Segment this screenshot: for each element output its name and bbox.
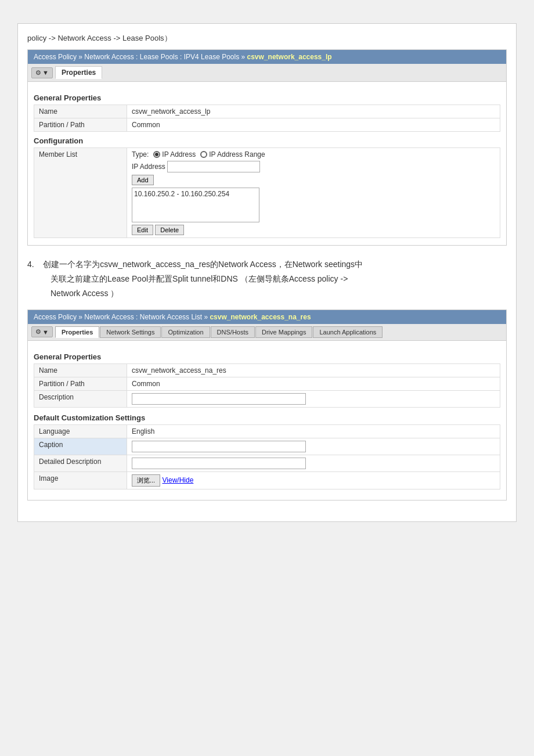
- member-list-label: Member List: [34, 148, 127, 237]
- panel2-header: Access Policy » Network Access : Network…: [28, 310, 506, 324]
- step4-block: 4. 创建一个名字为csvw_network_access_na_res的Net…: [27, 257, 507, 301]
- intro-path: policy -> Network Access -> Lease Pools）: [27, 33, 507, 44]
- label-name: Name: [34, 363, 127, 377]
- panel1-properties-tab[interactable]: Properties: [55, 66, 102, 79]
- panel2-defaults-title: Default Customization Settings: [34, 413, 500, 422]
- add-button[interactable]: Add: [132, 175, 154, 185]
- ip-address-radio[interactable]: [153, 151, 160, 158]
- panel1-general-title: General Properties: [34, 93, 500, 102]
- gear-icon: ⚙: [35, 69, 41, 77]
- panel1-config-title: Configuration: [34, 136, 500, 145]
- table-row: Image 浏览... View/Hide: [34, 471, 500, 489]
- panel1-header: Access Policy » Network Access : Lease P…: [28, 50, 506, 64]
- panel1-breadcrumb: Access Policy » Network Access : Lease P…: [34, 53, 332, 61]
- panel2-gear-button[interactable]: ⚙ ▼: [31, 326, 53, 337]
- add-button-row: Add: [132, 175, 495, 185]
- browse-button[interactable]: 浏览...: [132, 474, 160, 487]
- table-row: Detailed Description: [34, 455, 500, 471]
- ip-address-range-radio-option[interactable]: IP Address Range: [200, 150, 265, 159]
- caption-input[interactable]: [132, 441, 306, 452]
- table-row: Description: [34, 390, 500, 407]
- panel2-defaults-table: Language English Caption Detailed Descri…: [34, 424, 500, 489]
- panel2-tab-row: Properties Network Settings Optimization…: [55, 326, 383, 338]
- value-partition: Common: [127, 118, 500, 132]
- value-image: 浏览... View/Hide: [127, 471, 500, 489]
- panel2-general-title: General Properties: [34, 352, 500, 361]
- table-row: Name csvw_network_access_lp: [34, 105, 500, 118]
- panel1-general-table: Name csvw_network_access_lp Partition / …: [34, 105, 500, 132]
- type-label: Type:: [132, 150, 149, 159]
- value-language: English: [127, 424, 500, 438]
- tab-network-settings[interactable]: Network Settings: [100, 326, 161, 338]
- panel-lease-pools: Access Policy » Network Access : Lease P…: [27, 49, 507, 246]
- value-description: [127, 390, 500, 407]
- panel1-toolbar: ⚙ ▼ Properties: [28, 64, 506, 82]
- tab-optimization[interactable]: Optimization: [161, 326, 210, 338]
- panel2-breadcrumb: Access Policy » Network Access : Network…: [34, 313, 311, 321]
- tab-dns-hosts[interactable]: DNS/Hosts: [211, 326, 255, 338]
- table-row: Name csvw_network_access_na_res: [34, 363, 500, 377]
- step4-line2: 关联之前建立的Lease Pool并配置Split tunnel和DNS （左侧…: [50, 274, 348, 283]
- step4-line3: Network Access ）: [50, 289, 118, 298]
- label-caption: Caption: [34, 438, 127, 455]
- panel-network-access: Access Policy » Network Access : Network…: [27, 309, 507, 501]
- label-language: Language: [34, 424, 127, 438]
- value-name: csvw_network_access_na_res: [127, 363, 500, 377]
- ip-address-range-radio[interactable]: [200, 151, 207, 158]
- panel1-member-list-row: Member List Type: IP Address IP Address …: [34, 147, 500, 238]
- ip-address-row: IP Address: [132, 161, 495, 172]
- value-detailed-desc: [127, 455, 500, 471]
- tab-launch-applications[interactable]: Launch Applications: [313, 326, 383, 338]
- delete-button[interactable]: Delete: [155, 225, 184, 235]
- label-partition: Partition / Path: [34, 377, 127, 390]
- value-name: csvw_network_access_lp: [127, 105, 500, 118]
- member-list-box: 10.160.250.2 - 10.160.250.254: [132, 188, 259, 222]
- view-hide-link[interactable]: View/Hide: [163, 476, 194, 484]
- dropdown-icon: ▼: [42, 329, 49, 336]
- value-caption: [127, 438, 500, 455]
- gear-icon: ⚙: [35, 328, 41, 336]
- value-partition: Common: [127, 377, 500, 390]
- label-image: Image: [34, 471, 127, 489]
- edit-delete-row: Edit Delete: [132, 225, 495, 235]
- label-detailed-desc: Detailed Description: [34, 455, 127, 471]
- panel1-gear-button[interactable]: ⚙ ▼: [31, 67, 53, 78]
- member-list-value: Type: IP Address IP Address Range IP Add…: [127, 148, 500, 237]
- panel1-body: General Properties Name csvw_network_acc…: [28, 82, 506, 245]
- label-partition: Partition / Path: [34, 118, 127, 132]
- table-row: Partition / Path Common: [34, 118, 500, 132]
- step4-number: 4.: [27, 260, 34, 269]
- table-row: Language English: [34, 424, 500, 438]
- panel2-body: General Properties Name csvw_network_acc…: [28, 341, 506, 500]
- tab-properties[interactable]: Properties: [55, 326, 99, 338]
- table-row: Partition / Path Common: [34, 377, 500, 390]
- ip-address-field-label: IP Address: [132, 163, 165, 171]
- edit-button[interactable]: Edit: [132, 225, 153, 235]
- ip-address-input[interactable]: [167, 161, 260, 172]
- description-input[interactable]: [132, 393, 306, 405]
- tab-drive-mappings[interactable]: Drive Mappings: [255, 326, 312, 338]
- ip-address-label: IP Address: [162, 150, 196, 159]
- panel2-general-table: Name csvw_network_access_na_res Partitio…: [34, 363, 500, 408]
- table-row: Caption: [34, 438, 500, 455]
- member-list-item: 10.160.250.2 - 10.160.250.254: [134, 190, 257, 198]
- ip-address-range-label: IP Address Range: [209, 150, 265, 159]
- step4-line1: 创建一个名字为csvw_network_access_na_res的Networ…: [43, 260, 363, 269]
- label-description: Description: [34, 390, 127, 407]
- dropdown-icon: ▼: [42, 69, 49, 76]
- label-name: Name: [34, 105, 127, 118]
- panel2-toolbar: ⚙ ▼ Properties Network Settings Optimiza…: [28, 324, 506, 341]
- main-container: policy -> Network Access -> Lease Pools）…: [17, 23, 517, 522]
- detailed-desc-input[interactable]: [132, 458, 306, 469]
- ip-address-radio-option[interactable]: IP Address: [153, 150, 196, 159]
- type-row: Type: IP Address IP Address Range: [132, 150, 495, 159]
